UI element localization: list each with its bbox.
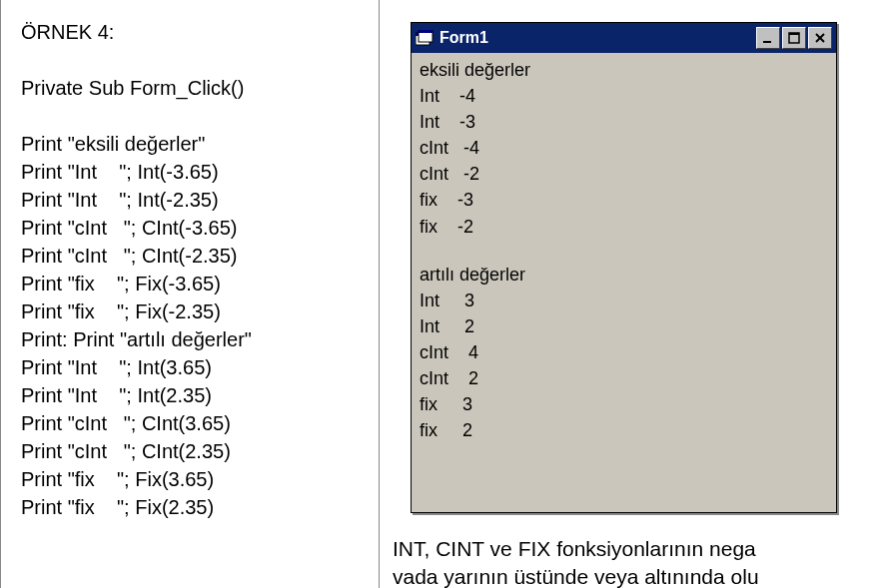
app-icon: [416, 30, 434, 46]
code-line: Print "Int "; Int(-3.65): [21, 158, 369, 186]
explanation-line: INT, CINT ve FIX fonksiyonlarının nega: [393, 535, 759, 563]
output-line: fix 2: [420, 417, 828, 443]
svg-rect-3: [419, 30, 433, 33]
code-line: Print "fix "; Fix(2.35): [21, 493, 369, 521]
output-line: fix -3: [420, 187, 828, 213]
output-line: Int -4: [420, 83, 828, 109]
form-window: Form1 eksili değerler Int -4 Int: [411, 22, 837, 513]
code-line: Print "eksili değerler": [21, 130, 369, 158]
output-line: Int -3: [420, 109, 828, 135]
code-line: Print "fix "; Fix(3.65): [21, 465, 369, 493]
code-line: Print: Print "artılı değerler": [21, 325, 369, 353]
code-line: Print "fix "; Fix(-3.65): [21, 270, 369, 297]
code-line: Print "fix "; Fix(-2.35): [21, 297, 369, 325]
code-line: Print "Int "; Int(2.35): [21, 381, 369, 409]
output-line: Int 3: [420, 288, 828, 313]
code-line: Print "Int "; Int(3.65): [21, 353, 369, 381]
output-line: cInt 2: [420, 365, 828, 391]
page: ÖRNEK 4: Private Sub Form_Click() Print …: [0, 0, 872, 588]
code-line: Print "Int "; Int(-2.35): [21, 186, 369, 214]
output-header: artılı değerler: [420, 262, 828, 288]
output-line: fix -2: [420, 214, 828, 240]
form-body[interactable]: eksili değerler Int -4 Int -3 cInt -4 cI…: [412, 53, 836, 443]
output-line: cInt -4: [420, 135, 828, 161]
output-line: fix 3: [420, 391, 828, 417]
output-header: eksili değerler: [420, 57, 828, 83]
output-line: cInt -2: [420, 161, 828, 187]
code-line: Print "cInt "; CInt(-2.35): [21, 242, 369, 270]
explanation-line: vada yarının üstünde veya altınında olu: [393, 563, 759, 588]
close-button[interactable]: [808, 27, 832, 49]
left-column: ÖRNEK 4: Private Sub Form_Click() Print …: [0, 0, 380, 588]
output-line: cInt 4: [420, 339, 828, 365]
code-line: Print "cInt "; CInt(3.65): [21, 409, 369, 437]
code-listing: ÖRNEK 4: Private Sub Form_Click() Print …: [1, 0, 379, 521]
sub-declaration: Private Sub Form_Click(): [21, 74, 369, 102]
svg-rect-4: [763, 41, 771, 43]
code-line: Print "cInt "; CInt(2.35): [21, 437, 369, 465]
titlebar[interactable]: Form1: [412, 23, 836, 53]
window-buttons: [756, 27, 832, 49]
blank-line: [420, 240, 828, 262]
window-title: Form1: [439, 29, 756, 47]
blank-line: [21, 102, 369, 130]
right-column: Form1 eksili değerler Int -4 Int: [381, 0, 872, 588]
output-line: Int 2: [420, 313, 828, 339]
minimize-button[interactable]: [756, 27, 780, 49]
maximize-button[interactable]: [782, 27, 806, 49]
blank-line: [21, 46, 369, 74]
code-line: Print "cInt "; CInt(-3.65): [21, 214, 369, 242]
svg-rect-6: [789, 33, 799, 35]
explanation-text: INT, CINT ve FIX fonksiyonlarının nega v…: [393, 535, 759, 588]
example-heading: ÖRNEK 4:: [21, 18, 369, 46]
